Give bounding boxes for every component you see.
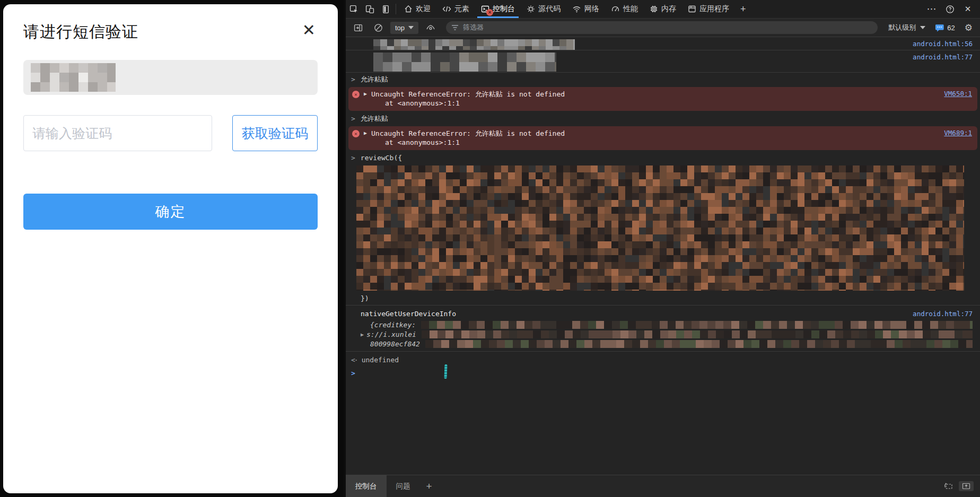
prompt-chevron-icon: >	[351, 369, 355, 377]
redacted-review-payload	[356, 165, 964, 291]
tab-performance[interactable]: 性能	[605, 0, 644, 18]
sources-icon	[527, 5, 535, 13]
return-arrow-icon: <·	[351, 356, 357, 364]
tab-network[interactable]: 网络	[566, 0, 605, 18]
redacted-value	[425, 340, 973, 348]
input-echo-chevron: >	[351, 75, 355, 83]
performance-icon	[611, 5, 620, 13]
tab-sources[interactable]: 源代码	[521, 0, 566, 18]
tab-welcome[interactable]: 欢迎	[398, 0, 436, 18]
home-icon	[404, 5, 413, 13]
source-link[interactable]: android.html:56	[913, 39, 973, 48]
redacted-value	[421, 321, 973, 329]
log-level-selector[interactable]: 默认级别	[885, 23, 929, 32]
devtools-panel: 欢迎 元素 ✕ 控制台	[344, 0, 980, 497]
issues-counter[interactable]: 62	[933, 23, 957, 32]
devtools-drawer: 控制台 问题 +	[346, 475, 980, 497]
divider	[396, 4, 396, 14]
console-log-area[interactable]: android.html:56 android.html:77 >允许粘贴 ✕ …	[346, 37, 980, 475]
console-error-entry: ✕ ▶ Uncaught ReferenceError: 允许粘贴 is not…	[348, 87, 977, 111]
verification-code-input[interactable]	[23, 115, 212, 151]
error-icon: ✕	[352, 130, 360, 137]
context-selector[interactable]: top	[390, 22, 418, 34]
error-icon: ✕	[352, 91, 360, 98]
settings-gear-icon[interactable]: ⚙	[961, 22, 976, 33]
clear-console-icon[interactable]	[370, 23, 386, 32]
source-link[interactable]: android.html:77	[913, 53, 973, 62]
source-link[interactable]: VM689:1	[944, 129, 972, 137]
help-icon[interactable]	[942, 5, 958, 14]
object-preview-line: 800998ecf842	[346, 339, 980, 352]
source-link[interactable]: android.html:77	[913, 309, 973, 318]
elements-icon	[442, 5, 451, 13]
input-echo-chevron: >	[351, 115, 355, 123]
console-entry-redacted-1: android.html:56	[346, 37, 980, 50]
console-filter-input[interactable]: 筛选器	[446, 21, 878, 34]
redacted-log-text	[373, 39, 575, 50]
chevron-down-icon	[408, 26, 414, 29]
tab-elements[interactable]: 元素	[436, 0, 475, 18]
object-preview-line: {creditkey:	[346, 320, 980, 330]
console-log-device-info: nativeGetUserDeviceInfo android.html:77	[346, 306, 980, 320]
console-echo-command: >允许粘贴	[346, 112, 980, 125]
dialog-title: 请进行短信验证	[23, 21, 138, 43]
console-prompt[interactable]: >	[346, 367, 980, 380]
redacted-log-text	[373, 53, 556, 72]
expand-quickview-button[interactable]	[959, 481, 974, 491]
source-link[interactable]: VM650:1	[944, 90, 972, 98]
expand-triangle-icon[interactable]: ▶	[364, 91, 367, 107]
memory-icon	[650, 5, 658, 13]
inspect-element-icon[interactable]	[346, 0, 362, 18]
get-code-button[interactable]: 获取验证码	[232, 115, 318, 151]
filter-funnel-icon	[451, 24, 459, 31]
confirm-button[interactable]: 确定	[23, 194, 318, 230]
text-cursor-artifact	[444, 364, 448, 379]
tab-console[interactable]: ✕ 控制台	[475, 0, 521, 18]
object-preview-line: ▶ s://i.xunlei	[346, 330, 980, 339]
console-error-entry: ✕ ▶ Uncaught ReferenceError: 允许粘贴 is not…	[348, 126, 977, 150]
new-tool-tab-button[interactable]: +	[735, 0, 751, 18]
close-devtools-icon[interactable]: ✕	[960, 4, 976, 14]
console-echo-command: >reviewCb({	[346, 151, 980, 164]
console-icon: ✕	[481, 5, 489, 13]
browser-page: 请进行短信验证 ✕ 获取验证码 确定	[0, 0, 344, 497]
close-icon[interactable]: ✕	[302, 22, 316, 38]
device-posture-icon[interactable]	[943, 482, 953, 491]
console-echo-command: >允许粘贴	[346, 73, 980, 86]
console-error-badge: ✕	[486, 9, 493, 16]
expand-triangle-icon[interactable]: ▶	[361, 330, 364, 339]
sms-verify-dialog: 请进行短信验证 ✕ 获取验证码 确定	[3, 4, 338, 493]
device-toolbar-icon[interactable]	[362, 0, 378, 18]
redacted-value	[422, 330, 973, 338]
drawer-tab-issues[interactable]: 问题	[387, 475, 420, 497]
console-entry-redacted-2: android.html:77	[346, 50, 980, 73]
console-toolbar: top 筛选器 默认级别 62 ⚙	[346, 18, 980, 37]
chevron-down-icon	[920, 26, 925, 29]
issues-bubble-icon	[935, 23, 944, 32]
console-sidebar-toggle-icon[interactable]	[350, 23, 366, 32]
live-expression-icon[interactable]	[423, 23, 439, 32]
redacted-phone-number	[31, 63, 116, 92]
more-options-icon[interactable]: ⋯	[924, 3, 940, 15]
tab-memory[interactable]: 内存	[644, 0, 682, 18]
application-icon	[688, 5, 696, 13]
tab-application[interactable]: 应用程序	[682, 0, 735, 18]
console-return-value: <·undefined	[346, 352, 980, 367]
drawer-new-tab-button[interactable]: +	[420, 475, 439, 497]
console-echo-command-close: })	[346, 292, 980, 306]
devtools-tabbar: 欢迎 元素 ✕ 控制台	[346, 0, 980, 18]
activity-bar-icon[interactable]	[378, 0, 393, 18]
expand-triangle-icon[interactable]: ▶	[364, 130, 367, 146]
phone-number-field	[23, 60, 318, 95]
network-icon	[572, 5, 581, 13]
input-echo-chevron: >	[351, 154, 355, 162]
drawer-tab-console[interactable]: 控制台	[346, 475, 387, 497]
